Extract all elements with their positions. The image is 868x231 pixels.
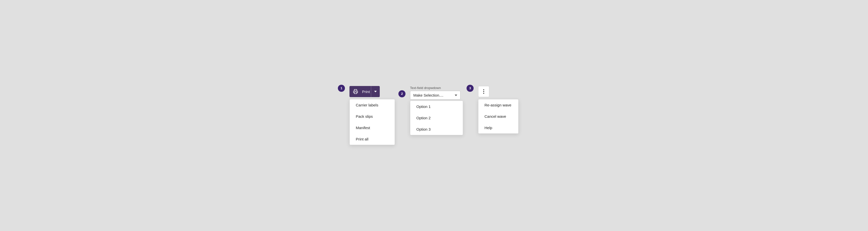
svg-rect-0: [354, 92, 357, 94]
textfield-label: Text-field dropwdown: [410, 86, 441, 90]
threedot-button[interactable]: [478, 86, 489, 97]
print-button[interactable]: Print: [349, 86, 380, 97]
badge-1: 1: [338, 85, 345, 92]
printer-icon-area: [349, 86, 362, 97]
textfield-option-1[interactable]: Option 1: [410, 101, 463, 112]
select-arrow-icon: [455, 95, 457, 96]
threedot-dropdown-menu: Re-assign wave Cancel wave Help: [478, 99, 519, 134]
textfield-option-2[interactable]: Option 2: [410, 112, 463, 124]
print-option-pack-slips[interactable]: Pack slips: [350, 111, 395, 122]
print-label: Print: [362, 90, 371, 94]
printer-icon: [353, 89, 358, 94]
print-option-carrier-labels[interactable]: Carrier labels: [350, 99, 395, 111]
threedot-option-reassign[interactable]: Re-assign wave: [478, 99, 518, 111]
print-option-print-all[interactable]: Print all: [350, 133, 395, 145]
textfield-select[interactable]: Make Selection....: [410, 91, 461, 100]
threedot-icon: [483, 89, 484, 94]
print-option-manifest[interactable]: Manifest: [350, 122, 395, 133]
threedot-option-cancel[interactable]: Cancel wave: [478, 111, 518, 122]
print-dropdown-toggle[interactable]: [371, 86, 380, 97]
threedot-option-help[interactable]: Help: [478, 122, 518, 133]
textfield-dropdown-menu: Option 1 Option 2 Option 3: [410, 101, 463, 135]
textfield-placeholder: Make Selection....: [413, 93, 443, 97]
badge-2: 2: [398, 90, 405, 97]
print-dropdown-menu: Carrier labels Pack slips Manifest Print…: [349, 99, 395, 145]
chevron-down-icon: [374, 91, 377, 92]
textfield-option-3[interactable]: Option 3: [410, 124, 463, 135]
badge-3: 3: [467, 85, 474, 92]
